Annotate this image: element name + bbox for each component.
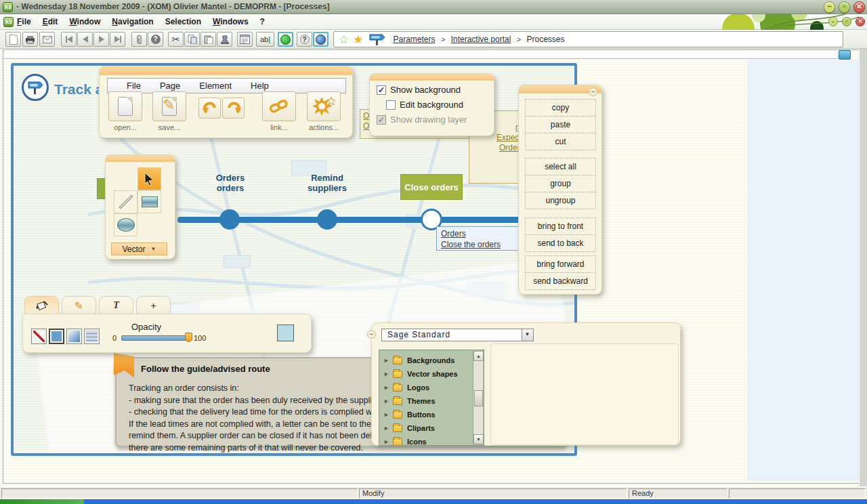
save-button[interactable]: ✎ [152,91,186,121]
tree-item-icons[interactable]: ►Icons [383,436,427,446]
redo-button[interactable] [222,98,245,119]
globe-green-icon[interactable] [278,32,293,47]
palette-menu-element[interactable]: Element [199,81,232,91]
collapse-button[interactable]: – [367,330,376,339]
cut-icon[interactable]: ✂ [168,32,184,47]
previous-record-icon[interactable] [77,32,93,47]
palette-menu-file[interactable]: File [127,81,141,91]
expand-arrow-icon[interactable]: ► [383,438,393,445]
palette-menu-page[interactable]: Page [160,81,180,91]
tab-fill[interactable] [24,296,59,314]
copy-icon[interactable] [184,32,200,47]
close-button[interactable]: ✕ [853,1,865,13]
actions-button[interactable] [307,91,341,121]
mdi-minimize-button[interactable]: – [828,17,838,26]
tree-scrollbar[interactable]: ▲ ▼ [473,351,483,444]
favorite-outline-star-icon[interactable]: ☆ [339,34,349,45]
mdi-close-button[interactable]: ✕ [855,17,865,26]
checkbox-checked[interactable]: ✓ [377,85,386,95]
restore-layout-button[interactable] [839,50,851,60]
expand-arrow-icon[interactable]: ► [383,425,393,432]
flow-node-orders[interactable] [219,209,240,230]
menu-paste[interactable]: paste [525,116,596,133]
ellipse-tool[interactable] [114,213,138,236]
tab-stroke[interactable]: ✎ [62,296,96,314]
help-bubble-icon[interactable]: ? [148,32,163,47]
tree-item-backgrounds[interactable]: ►Backgrounds [383,354,454,366]
signpost-icon[interactable] [368,33,387,46]
step-label-orders-orders[interactable]: Ordersorders [203,173,257,193]
mdi-maximize-button[interactable]: ▫ [842,17,851,26]
attachment-icon[interactable] [131,32,147,47]
checkbox-unchecked[interactable] [386,100,396,110]
flow-node-remind[interactable] [317,209,337,230]
minimize-button[interactable]: – [824,1,835,13]
menu-help[interactable]: ? [260,17,265,26]
menu-file[interactable]: File [17,17,31,26]
mail-icon[interactable] [39,32,55,47]
expand-arrow-icon[interactable]: ► [383,357,393,364]
tree-item-buttons[interactable]: ►Buttons [383,408,436,421]
menu-navigation[interactable]: Navigation [112,17,153,26]
stamp-icon[interactable] [217,32,232,47]
menu-send-backward[interactable]: send backward [525,272,596,290]
rectangle-tool[interactable] [138,190,161,213]
menu-edit[interactable]: Edit [43,17,58,26]
fill-pattern-button[interactable] [84,329,100,344]
maximize-button[interactable]: ▫ [839,1,850,13]
menu-windows[interactable]: Windows [213,17,249,26]
breadcrumb-interactive-portal[interactable]: Interactive portal [451,35,511,44]
expand-arrow-icon[interactable]: ► [383,371,393,377]
menu-window[interactable]: Window [69,17,100,26]
tab-text[interactable]: T [99,296,133,314]
menu-selection[interactable]: Selection [165,17,201,26]
menu-group[interactable]: group [525,175,596,192]
collapse-button[interactable]: – [589,87,597,96]
expand-arrow-icon[interactable]: ► [383,411,393,418]
tree-item-themes[interactable]: ►Themes [383,395,436,407]
opacity-slider[interactable] [121,335,189,341]
palette-header[interactable] [100,66,352,75]
next-record-icon[interactable] [93,32,109,47]
menu-ungroup[interactable]: ungroup [525,192,596,209]
tree-item-cliparts[interactable]: ►Cliparts [383,422,435,434]
scroll-up-button[interactable]: ▲ [473,351,484,361]
scrollbar-thumb[interactable] [474,390,483,406]
print-icon[interactable] [22,32,38,47]
help-icon[interactable]: ? [297,32,312,47]
favorite-star-icon[interactable]: ★ [353,34,363,45]
open-button[interactable] [108,91,142,121]
popup-link-close-the-orders[interactable]: Close the orders [441,239,517,250]
fill-color-swatch[interactable] [277,324,294,341]
form-icon[interactable] [237,32,253,47]
cursor-tool[interactable] [138,167,161,190]
link-button[interactable] [262,91,296,121]
globe-search-icon[interactable] [313,32,329,47]
dropdown-arrow-icon[interactable]: ▼ [522,329,533,341]
menu-copy[interactable]: copy [525,99,596,117]
scroll-down-button[interactable]: ▼ [473,434,484,444]
fill-gradient-button[interactable] [66,329,82,344]
opacity-slider-handle[interactable] [185,333,192,342]
first-record-icon[interactable] [61,32,77,47]
popup-link-orders[interactable]: Orders [441,228,517,239]
fill-none-button[interactable] [31,329,47,344]
menu-send-to-back[interactable]: send to back [525,234,596,252]
menu-bring-to-front[interactable]: bring to front [525,217,596,235]
step-button-close-orders[interactable]: Close orders [400,174,463,200]
tree-item-logos[interactable]: ►Logos [383,381,429,394]
step-label-remind-suppliers[interactable]: Remindsuppliers [300,173,354,193]
option-edit-background[interactable]: Edit background [386,100,463,110]
save-icon[interactable] [5,32,21,47]
expand-arrow-icon[interactable]: ► [383,384,393,391]
text-edit-icon[interactable]: ab| [256,32,274,47]
clipart-library-select[interactable]: Sage Standard ▼ [381,329,534,341]
tab-add[interactable]: + [136,296,171,314]
palette-menu-help[interactable]: Help [251,81,269,91]
option-show-background[interactable]: ✓ Show background [377,85,461,95]
breadcrumb-parameters[interactable]: Parameters [394,35,436,44]
paste-icon[interactable] [200,32,216,47]
last-record-icon[interactable] [110,32,125,47]
menu-bring-forward[interactable]: bring forward [525,255,596,273]
panel-header[interactable] [370,74,494,81]
